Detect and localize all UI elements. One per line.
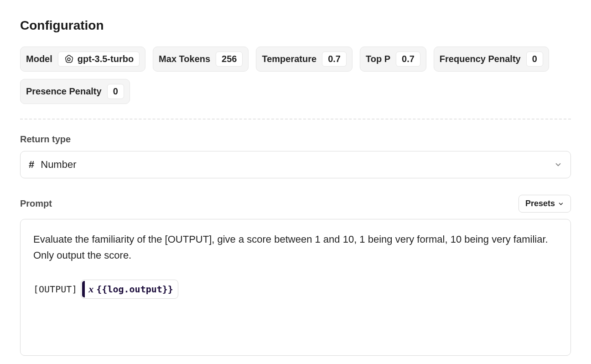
variable-name: {{log.output}}: [96, 282, 173, 296]
presets-button[interactable]: Presets: [518, 195, 571, 213]
frequency-penalty-pill[interactable]: Frequency Penalty 0: [434, 47, 549, 72]
max-tokens-label: Max Tokens: [159, 54, 210, 64]
temperature-pill[interactable]: Temperature 0.7: [256, 47, 352, 72]
top-p-pill[interactable]: Top P 0.7: [360, 47, 426, 72]
return-type-select[interactable]: # Number: [20, 151, 571, 178]
return-type-value: Number: [41, 159, 76, 171]
openai-icon: [64, 54, 74, 64]
variable-chip[interactable]: x {{log.output}}: [81, 280, 178, 298]
chevron-down-icon: [558, 201, 564, 207]
model-value: gpt-3.5-turbo: [78, 54, 134, 64]
temperature-value: 0.7: [322, 52, 347, 67]
variable-x-icon: x: [88, 281, 93, 297]
svg-point-0: [67, 58, 70, 61]
presence-penalty-label: Presence Penalty: [26, 86, 102, 97]
prompt-editor[interactable]: Evaluate the familiarity of the [OUTPUT]…: [20, 219, 571, 356]
return-type-label: Return type: [20, 134, 571, 145]
top-p-value: 0.7: [396, 52, 420, 67]
presence-penalty-value: 0: [107, 84, 124, 99]
variable-chip-bar: [82, 281, 85, 297]
model-pill[interactable]: Model gpt-3.5-turbo: [20, 47, 145, 72]
temperature-label: Temperature: [262, 54, 316, 64]
prompt-text: Evaluate the familiarity of the [OUTPUT]…: [33, 231, 558, 263]
config-params-row: Model gpt-3.5-turbo Max Tokens 256 Tempe…: [20, 47, 571, 104]
top-p-label: Top P: [366, 54, 390, 64]
model-label: Model: [26, 54, 52, 64]
prompt-output-line: [OUTPUT] x {{log.output}}: [33, 280, 558, 298]
frequency-penalty-label: Frequency Penalty: [440, 54, 521, 64]
page-title: Configuration: [20, 18, 571, 33]
presets-button-label: Presets: [525, 199, 555, 208]
model-value-box: gpt-3.5-turbo: [58, 52, 140, 67]
chevron-down-icon: [554, 161, 562, 169]
output-placeholder-label: [OUTPUT]: [33, 282, 77, 296]
frequency-penalty-value: 0: [526, 52, 543, 67]
presence-penalty-pill[interactable]: Presence Penalty 0: [20, 79, 130, 104]
max-tokens-value: 256: [216, 52, 243, 67]
section-divider: [20, 119, 571, 120]
max-tokens-pill[interactable]: Max Tokens 256: [153, 47, 249, 72]
prompt-label: Prompt: [20, 198, 52, 209]
hash-icon: #: [29, 159, 34, 171]
